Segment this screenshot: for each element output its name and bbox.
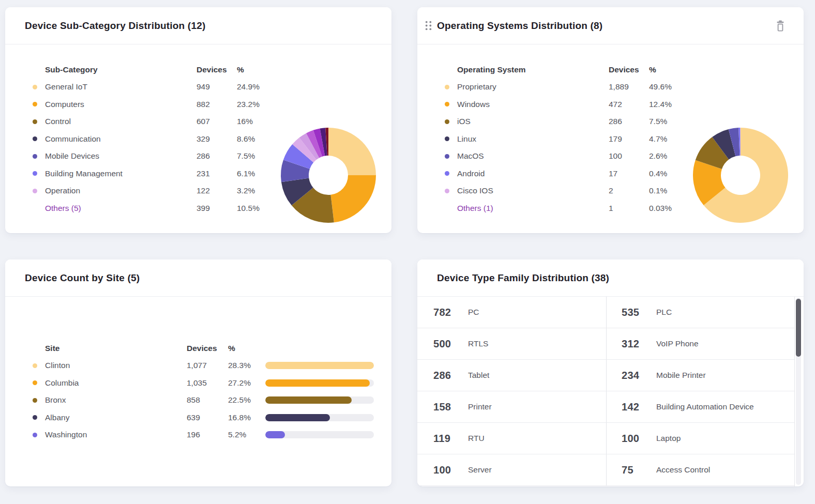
row-devices: 286 bbox=[609, 117, 649, 126]
row-devices: 179 bbox=[609, 134, 649, 144]
row-label: Communication bbox=[45, 134, 197, 144]
series-color-dot bbox=[33, 433, 37, 437]
widget-body: Sub-CategoryDevices%General IoT94924.9%C… bbox=[5, 44, 391, 233]
dot-cell bbox=[443, 154, 457, 159]
family-item: 312VoIP Phone bbox=[606, 328, 794, 360]
row-devices: 1,889 bbox=[609, 82, 649, 91]
series-color-dot bbox=[445, 85, 449, 89]
family-count: 142 bbox=[622, 401, 656, 413]
drag-handle-icon[interactable] bbox=[425, 21, 432, 31]
row-label: Windows bbox=[457, 100, 609, 109]
donut-chart[interactable] bbox=[279, 126, 378, 224]
family-label: Printer bbox=[468, 402, 492, 411]
column-header-pct: % bbox=[228, 344, 265, 353]
widget-title: Device Sub-Category Distribution (12) bbox=[25, 20, 205, 32]
bar-track bbox=[265, 431, 374, 438]
family-label: Building Automation Device bbox=[656, 402, 754, 411]
widget-header: Device Sub-Category Distribution (12) bbox=[5, 7, 391, 44]
family-count: 286 bbox=[433, 370, 468, 381]
row-pct: 22.5% bbox=[228, 395, 265, 405]
row-devices: 1,077 bbox=[187, 361, 228, 370]
table-row: Albany63916.8% bbox=[5, 409, 374, 426]
family-item: 286Tablet bbox=[417, 360, 606, 391]
family-count: 234 bbox=[622, 370, 656, 381]
series-color-dot bbox=[33, 189, 37, 193]
dot-cell bbox=[443, 189, 457, 193]
widget-header: Device Type Family Distribution (38) bbox=[417, 259, 804, 297]
family-count: 100 bbox=[433, 464, 468, 476]
row-pct: 0.4% bbox=[649, 169, 686, 178]
row-pct: 0.03% bbox=[649, 204, 686, 213]
row-devices: 607 bbox=[197, 117, 237, 126]
bar-track bbox=[265, 414, 374, 421]
row-pct: 28.3% bbox=[228, 361, 265, 370]
series-color-dot bbox=[445, 189, 449, 193]
column-header-pct: % bbox=[649, 65, 686, 74]
bar-track bbox=[265, 396, 374, 404]
row-label: General IoT bbox=[45, 82, 197, 91]
family-item: 782PC bbox=[417, 297, 606, 328]
row-label: Bronx bbox=[45, 395, 187, 405]
series-color-dot bbox=[33, 415, 37, 420]
row-devices: 639 bbox=[187, 413, 228, 422]
bar-track bbox=[265, 379, 374, 387]
scrollbar-track[interactable] bbox=[796, 298, 801, 485]
family-item: 119RTU bbox=[417, 423, 606, 454]
widget-title: Operating Systems Distribution (8) bbox=[437, 20, 602, 32]
table-row: Bronx85822.5% bbox=[5, 392, 374, 409]
row-pct: 10.5% bbox=[237, 204, 274, 213]
table-row: Washington1965.2% bbox=[5, 426, 374, 444]
column-header-devices: Devices bbox=[187, 344, 228, 353]
family-label: RTU bbox=[468, 434, 485, 443]
family-item: 500RTLS bbox=[417, 328, 606, 360]
table-row: Clinton1,07728.3% bbox=[5, 357, 374, 375]
family-label: Laptop bbox=[656, 434, 681, 443]
family-label: Mobile Printer bbox=[656, 371, 706, 380]
dot-cell bbox=[31, 189, 45, 193]
row-pct: 24.9% bbox=[237, 82, 274, 91]
donut-slice[interactable] bbox=[330, 175, 376, 223]
dot-cell bbox=[443, 102, 457, 106]
family-label: Access Control bbox=[656, 465, 710, 475]
series-color-dot bbox=[445, 136, 449, 141]
others-link[interactable]: Others (1) bbox=[457, 204, 609, 213]
row-devices: 2 bbox=[609, 186, 649, 195]
row-label: Mobile Devices bbox=[45, 151, 197, 161]
family-label: Server bbox=[468, 465, 492, 475]
row-devices: 1,035 bbox=[187, 378, 228, 388]
row-label: iOS bbox=[457, 117, 609, 126]
row-devices: 882 bbox=[197, 100, 237, 109]
series-color-dot bbox=[33, 136, 37, 141]
row-pct: 2.6% bbox=[649, 151, 686, 161]
donut-slice[interactable] bbox=[328, 128, 376, 175]
family-label: PC bbox=[468, 308, 479, 317]
series-color-dot bbox=[33, 398, 37, 403]
drag-dots-icon bbox=[425, 21, 432, 30]
row-label: Cisco IOS bbox=[457, 186, 609, 195]
table-header-row: Sub-CategoryDevices% bbox=[31, 61, 391, 79]
table-row: General IoT94924.9% bbox=[31, 78, 391, 96]
bar-fill bbox=[265, 362, 374, 369]
family-item: 100Laptop bbox=[606, 423, 794, 454]
family-grid: 782PC535PLC500RTLS312VoIP Phone286Tablet… bbox=[417, 297, 794, 486]
delete-widget-button[interactable] bbox=[775, 20, 786, 32]
others-link[interactable]: Others (5) bbox=[45, 204, 197, 213]
family-label: PLC bbox=[656, 308, 672, 317]
family-count: 312 bbox=[622, 338, 656, 350]
dot-cell bbox=[443, 171, 457, 176]
series-color-dot bbox=[33, 85, 37, 89]
column-header-devices: Devices bbox=[609, 65, 649, 74]
table-row: Windows47212.4% bbox=[443, 96, 804, 113]
column-header-label: Sub-Category bbox=[45, 65, 197, 74]
widget-body: SiteDevices%Clinton1,07728.3%Columbia1,0… bbox=[5, 297, 391, 486]
scrollbar-thumb[interactable] bbox=[796, 299, 801, 357]
column-header-pct: % bbox=[237, 65, 274, 74]
row-devices: 858 bbox=[187, 395, 228, 405]
donut-chart[interactable] bbox=[691, 126, 790, 224]
row-pct: 5.2% bbox=[228, 430, 265, 439]
column-header-label: Site bbox=[45, 344, 187, 353]
dot-cell bbox=[443, 119, 457, 124]
row-label: Proprietary bbox=[457, 82, 609, 91]
widget-title: Device Count by Site (5) bbox=[25, 272, 140, 284]
table-header-row: Operating SystemDevices% bbox=[443, 61, 804, 79]
